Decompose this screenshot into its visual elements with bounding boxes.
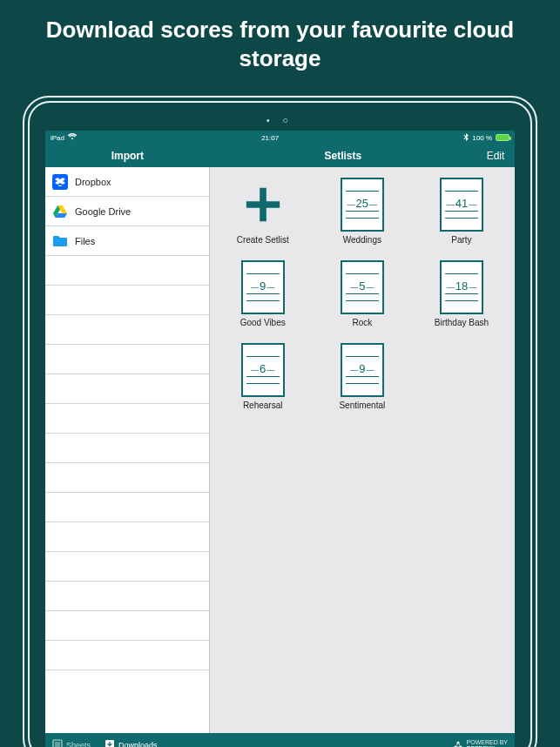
create-setlist-button[interactable]: Create Setlist bbox=[217, 178, 309, 245]
setlist-label: Sentimental bbox=[339, 400, 385, 410]
sheets-icon bbox=[52, 739, 63, 747]
list-row-empty bbox=[45, 552, 209, 582]
setlist-icon: 9 bbox=[341, 343, 384, 397]
device-label: iPad bbox=[51, 134, 64, 142]
import-source-label: Files bbox=[75, 236, 95, 246]
clock: 21:07 bbox=[77, 134, 463, 142]
setlist-label: Party bbox=[451, 235, 471, 245]
setlist-item[interactable]: 25 Weddings bbox=[316, 178, 408, 245]
import-source-files[interactable]: Files bbox=[45, 226, 209, 256]
device-camera-dots: • ○ bbox=[30, 115, 530, 125]
list-row-empty bbox=[45, 582, 209, 611]
setlist-count: 25 bbox=[346, 197, 379, 210]
setlist-label: Rock bbox=[352, 318, 372, 327]
app-screen: iPad 21:07 100 % Import Setlists bbox=[45, 131, 515, 747]
bluetooth-icon bbox=[463, 133, 469, 143]
pspdfkit-icon bbox=[453, 740, 463, 748]
setlist-icon: 18 bbox=[440, 260, 483, 314]
tab-downloads[interactable]: Downloads bbox=[105, 739, 158, 747]
import-source-dropbox[interactable]: Dropbox bbox=[45, 167, 209, 197]
list-row-empty bbox=[45, 434, 209, 463]
tab-label: Sheets bbox=[66, 741, 91, 747]
list-row-empty bbox=[45, 463, 209, 493]
nav-title-import: Import bbox=[45, 150, 210, 162]
import-source-label: Dropbox bbox=[75, 177, 111, 187]
setlist-label: Birthday Bash bbox=[435, 318, 489, 327]
list-row-empty bbox=[45, 256, 209, 286]
setlist-label: Good Vibes bbox=[240, 318, 286, 327]
setlist-icon: 9 bbox=[241, 260, 285, 314]
list-row-empty bbox=[45, 345, 209, 374]
setlist-count: 9 bbox=[346, 362, 379, 375]
list-row-empty bbox=[45, 286, 209, 315]
dropbox-icon bbox=[52, 174, 68, 190]
setlist-item[interactable]: 41 Party bbox=[415, 178, 508, 245]
import-source-label: Google Drive bbox=[75, 206, 131, 217]
device-frame-inner: • ○ iPad 21:07 100 % bbox=[28, 101, 532, 747]
tab-label: Downloads bbox=[118, 741, 158, 747]
setlist-icon: 41 bbox=[440, 178, 483, 232]
setlist-count: 6 bbox=[246, 362, 280, 375]
battery-pct: 100 % bbox=[472, 134, 492, 142]
plus-icon bbox=[241, 178, 285, 232]
setlist-item[interactable]: 6 Rehearsal bbox=[217, 343, 309, 410]
battery-icon bbox=[496, 134, 509, 141]
list-row-empty bbox=[45, 611, 209, 641]
setlist-item[interactable]: 9 Sentimental bbox=[316, 343, 408, 410]
setlists-panel: Create Setlist 25 Weddings bbox=[210, 167, 515, 733]
setlist-item[interactable]: 5 Rock bbox=[316, 260, 408, 327]
import-sidebar: Dropbox Google Drive Files bbox=[45, 167, 210, 733]
setlist-count: 41 bbox=[445, 197, 478, 210]
list-row-empty bbox=[45, 315, 209, 345]
setlist-icon: 5 bbox=[341, 260, 384, 314]
list-row-empty bbox=[45, 374, 209, 404]
setlist-label: Rehearsal bbox=[243, 400, 283, 410]
setlist-count: 9 bbox=[246, 279, 280, 293]
list-row-empty bbox=[45, 641, 209, 670]
list-row-empty bbox=[45, 522, 209, 552]
download-icon bbox=[105, 739, 115, 747]
powered-by-pspdfkit: POWERED BY PSPDFKit bbox=[453, 739, 508, 747]
list-row-empty bbox=[45, 404, 209, 434]
tab-bar: Sheets Downloads POWERED BY PSPDFKit bbox=[45, 733, 515, 747]
tab-sheets[interactable]: Sheets bbox=[52, 739, 91, 747]
import-source-google-drive[interactable]: Google Drive bbox=[45, 197, 209, 226]
create-setlist-label: Create Setlist bbox=[237, 235, 289, 245]
powered-by-top: POWERED BY bbox=[467, 739, 508, 745]
setlist-count: 5 bbox=[346, 279, 379, 293]
edit-button[interactable]: Edit bbox=[476, 150, 515, 162]
list-row-empty bbox=[45, 493, 209, 522]
nav-title-setlists: Setlists bbox=[210, 150, 476, 162]
setlist-label: Weddings bbox=[343, 235, 381, 245]
files-icon bbox=[52, 233, 68, 249]
setlist-count: 18 bbox=[445, 279, 478, 293]
setlist-item[interactable]: 18 Birthday Bash bbox=[415, 260, 508, 327]
device-frame: • ○ iPad 21:07 100 % bbox=[23, 96, 537, 747]
promo-title: Download scores from your favourite clou… bbox=[0, 0, 560, 91]
status-bar: iPad 21:07 100 % bbox=[45, 131, 515, 145]
main-split: Dropbox Google Drive Files bbox=[45, 167, 515, 733]
setlist-item[interactable]: 9 Good Vibes bbox=[217, 260, 309, 327]
setlist-icon: 6 bbox=[241, 343, 285, 397]
google-drive-icon bbox=[52, 204, 68, 219]
setlist-icon: 25 bbox=[341, 178, 384, 232]
setlists-grid: Create Setlist 25 Weddings bbox=[217, 178, 508, 410]
navigation-bar: Import Setlists Edit bbox=[45, 145, 515, 167]
wifi-icon bbox=[68, 133, 77, 142]
